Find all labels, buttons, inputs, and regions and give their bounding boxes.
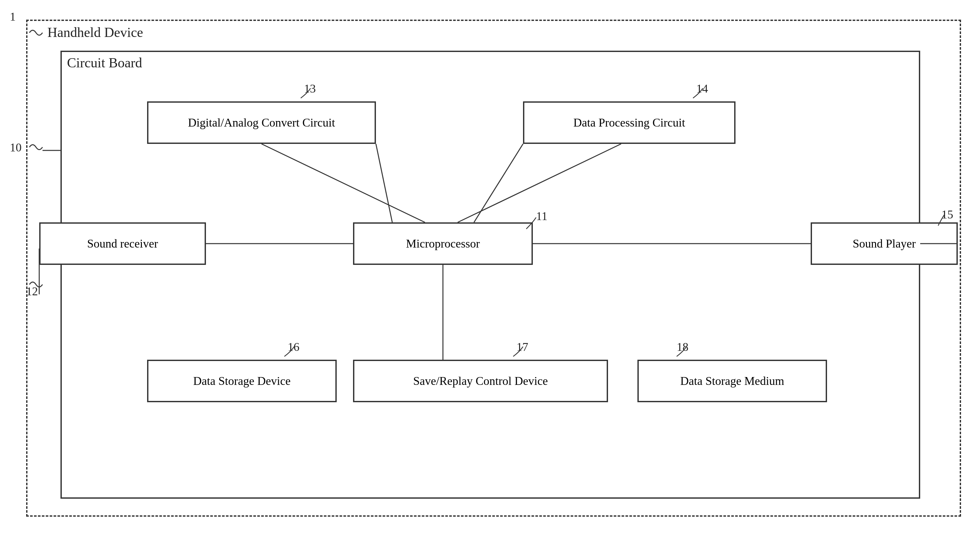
microprocessor-box: Microprocessor [353, 222, 533, 265]
data-storage-medium-box: Data Storage Medium [638, 360, 827, 402]
ref-label-14: 14 [696, 82, 708, 96]
sound-player-box: Sound Player [811, 222, 958, 265]
data-storage-device-box: Data Storage Device [147, 360, 337, 402]
ref-label-10: 10 [10, 140, 22, 155]
circuit-board-label: Circuit Board [67, 55, 142, 71]
handheld-device-label: Handheld Device [48, 24, 143, 40]
ref-label-17: 17 [517, 340, 528, 354]
save-replay-box: Save/Replay Control Device [353, 360, 608, 402]
ref-label-13: 13 [304, 82, 316, 96]
ref-label-12: 12 [26, 284, 38, 298]
diagram-container: 1 Handheld Device 10 Circuit Board Digit… [0, 0, 980, 534]
ref-label-1: 1 [10, 10, 16, 24]
dpc-box: Data Processing Circuit [523, 101, 735, 144]
dac-box: Digital/Analog Convert Circuit [147, 101, 376, 144]
ref-label-18: 18 [677, 340, 689, 354]
ref-label-15: 15 [942, 208, 953, 222]
ref-label-16: 16 [288, 340, 299, 354]
sound-receiver-box: Sound receiver [39, 222, 206, 265]
ref-label-11: 11 [536, 209, 547, 223]
